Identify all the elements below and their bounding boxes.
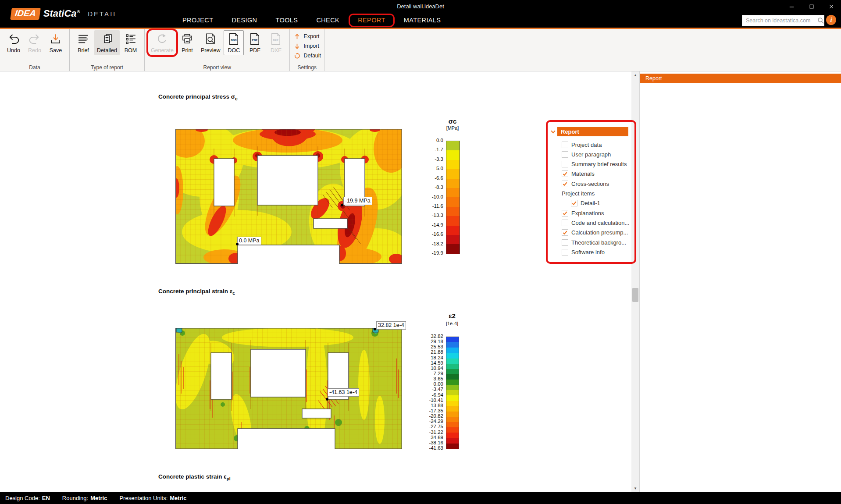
checkbox-unchecked[interactable] bbox=[562, 151, 568, 158]
tree-item-code-and-calculation[interactable]: Code and calculation... bbox=[549, 218, 631, 227]
tree-item-summary-brief-results[interactable]: Summary brief results bbox=[549, 160, 631, 169]
svg-text:PDF: PDF bbox=[252, 39, 258, 42]
checkbox-unchecked[interactable] bbox=[562, 239, 568, 246]
ribbon-button-undo[interactable]: Undo bbox=[4, 30, 24, 55]
tree-item-software-info[interactable]: Software info bbox=[549, 247, 631, 257]
ribbon-group-settings: ExportImportDefaultSettings bbox=[290, 29, 324, 71]
legend-tick: 10.94 bbox=[424, 366, 443, 371]
tree-item-explanations[interactable]: Explanations bbox=[549, 208, 631, 218]
logo-statica: StatiCa® bbox=[43, 8, 80, 19]
tree-header-report[interactable]: Report bbox=[557, 127, 628, 136]
tree-item-cross-sections[interactable]: Cross-sections bbox=[549, 179, 631, 188]
plot-annotation-dot bbox=[326, 398, 328, 401]
scroll-up-arrow-icon[interactable]: ▲ bbox=[631, 71, 639, 79]
ribbon-button-print[interactable]: Print bbox=[177, 30, 197, 55]
window-title: Detail wall.ideaDet bbox=[0, 0, 841, 13]
legend-tick: -27.75 bbox=[424, 424, 443, 429]
window-controls bbox=[782, 0, 841, 13]
ribbon-button-label: Save bbox=[50, 47, 62, 53]
ribbon-button-brief[interactable]: Brief bbox=[73, 30, 93, 55]
menu-item-check[interactable]: CHECK bbox=[308, 15, 347, 26]
chevron-down-icon[interactable] bbox=[550, 129, 556, 135]
checkbox-checked[interactable] bbox=[562, 170, 568, 177]
vertical-scrollbar[interactable]: ▲ ▼ bbox=[631, 71, 639, 492]
legend-tick: -3.3 bbox=[428, 156, 443, 162]
strain-contour-plot bbox=[175, 328, 402, 449]
checkbox-checked[interactable] bbox=[562, 229, 568, 236]
menu-item-tools[interactable]: TOOLS bbox=[267, 15, 306, 26]
checkbox-unchecked[interactable] bbox=[562, 142, 568, 148]
checkbox-unchecked[interactable] bbox=[562, 161, 568, 167]
tree-item-materials[interactable]: Materials bbox=[549, 169, 631, 179]
legend-tick: -31.22 bbox=[424, 429, 443, 435]
section-heading-strain: Concrete principal strain εc bbox=[158, 288, 235, 296]
ribbon-button-import[interactable]: Import bbox=[293, 41, 321, 51]
legend-tick: -6.6 bbox=[428, 175, 443, 181]
legend-tick: -1.7 bbox=[428, 147, 443, 152]
tree-item-theoretical-backgro[interactable]: Theoretical backgro... bbox=[549, 238, 631, 247]
checkbox-checked[interactable] bbox=[571, 200, 577, 206]
legend-tick: 7.29 bbox=[424, 371, 443, 376]
dxf-icon: DXF bbox=[269, 32, 282, 46]
checkbox-checked[interactable] bbox=[562, 210, 568, 217]
search-box bbox=[742, 15, 824, 26]
minimize-button[interactable] bbox=[782, 0, 802, 13]
tree-item-label: Theoretical backgro... bbox=[571, 239, 626, 246]
report-preview-area: Concrete principal stress σc Concrete pr… bbox=[0, 71, 631, 492]
info-button[interactable]: i bbox=[826, 15, 836, 25]
checkbox-unchecked[interactable] bbox=[562, 220, 568, 226]
tree-item-label: Project items bbox=[562, 190, 595, 197]
menu-item-design[interactable]: DESIGN bbox=[224, 15, 265, 26]
ribbon-button-default[interactable]: Default bbox=[293, 51, 321, 60]
menu-item-report[interactable]: REPORT bbox=[350, 15, 393, 26]
menu-item-project[interactable]: PROJECT bbox=[175, 15, 221, 26]
detailed-icon bbox=[100, 32, 114, 46]
legend-colorbar bbox=[446, 141, 460, 254]
legend-band bbox=[446, 150, 460, 160]
ribbon-button-label: Undo bbox=[7, 47, 20, 53]
ribbon-button-label: Print bbox=[182, 47, 193, 53]
ribbon-button-export[interactable]: Export bbox=[293, 32, 321, 41]
legend-band bbox=[446, 226, 460, 235]
ribbon-button-doc[interactable]: DOCDOC bbox=[224, 30, 244, 55]
tree-item-calculation-presump[interactable]: Calculation presump... bbox=[549, 228, 631, 238]
tree-item-detail-1[interactable]: Detail-1 bbox=[549, 199, 631, 208]
ribbon-button-label: DXF bbox=[271, 47, 282, 53]
ribbon-button-detailed[interactable]: Detailed bbox=[94, 30, 120, 55]
tree-item-user-paragraph[interactable]: User paragraph bbox=[549, 149, 631, 159]
logo-product: DETAIL bbox=[88, 10, 118, 18]
legend-tick: 32.82 bbox=[424, 334, 443, 339]
stress-contour-plot bbox=[175, 129, 402, 264]
legend-tick: -19.9 bbox=[428, 250, 443, 256]
tree-item-label: Detail-1 bbox=[581, 200, 600, 206]
ribbon-button-preview[interactable]: Preview bbox=[198, 30, 223, 55]
brief-icon bbox=[77, 32, 90, 46]
status-presentation-units: Presentation Units:Metric bbox=[119, 495, 186, 501]
maximize-button[interactable] bbox=[802, 0, 821, 13]
info-icon: i bbox=[830, 16, 832, 24]
tree-item-label: Materials bbox=[571, 170, 595, 177]
svg-text:DOC: DOC bbox=[231, 39, 237, 42]
tree-item-project-data[interactable]: Project data bbox=[549, 140, 631, 149]
plot-annotation-dot bbox=[236, 243, 239, 245]
tree-item-label: User paragraph bbox=[571, 151, 611, 158]
plot-annotation-dot bbox=[341, 204, 343, 206]
ribbon-button-label: BOM bbox=[125, 47, 137, 53]
scrollbar-thumb[interactable] bbox=[632, 288, 638, 302]
tree-item-project-items[interactable]: Project items bbox=[549, 189, 631, 199]
legend-band bbox=[446, 369, 459, 374]
legend-band bbox=[446, 374, 459, 380]
checkbox-checked[interactable] bbox=[562, 181, 568, 187]
close-button[interactable] bbox=[821, 0, 841, 13]
ribbon-button-save[interactable]: Save bbox=[46, 30, 66, 55]
scroll-down-arrow-icon[interactable]: ▼ bbox=[631, 485, 639, 492]
legend-tick: 0.0 bbox=[428, 138, 443, 143]
ribbon-button-bom[interactable]: BOM bbox=[121, 30, 141, 55]
menu-item-materials[interactable]: MATERIALS bbox=[396, 15, 449, 26]
checkbox-unchecked[interactable] bbox=[562, 249, 568, 256]
generate-icon bbox=[156, 32, 169, 46]
search-input[interactable] bbox=[742, 18, 817, 24]
legend-tick: 21.88 bbox=[424, 349, 443, 355]
legend-tick: -14.9 bbox=[428, 222, 443, 227]
ribbon-button-pdf[interactable]: PDFPDF bbox=[245, 30, 265, 55]
